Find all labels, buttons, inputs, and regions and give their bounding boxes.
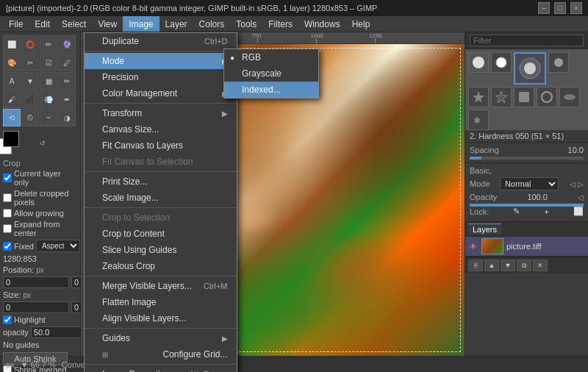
menu-file[interactable]: File [3,16,29,32]
menu-print-size[interactable]: Print Size... [85,174,237,190]
menu-layer[interactable]: Layer [159,16,193,32]
tool-foreground-select[interactable]: ☑ [40,54,57,71]
tool-eraser[interactable]: ⬛ [21,90,39,108]
menu-windows[interactable]: Windows [298,16,346,32]
brush-thumb-6[interactable] [514,87,534,107]
close-button[interactable]: × [570,2,582,14]
menu-mode[interactable]: Mode ▶ [85,53,237,69]
layer-visibility-eye[interactable]: 👁 [468,241,478,251]
tool-ink[interactable]: ✒ [58,90,76,108]
tool-select-by-color[interactable]: 🎨 [3,54,21,71]
fixed-checkbox[interactable] [3,242,12,251]
brush-thumb-1[interactable] [468,52,489,73]
svg-point-4 [554,58,563,67]
tool-smudge[interactable]: ~ [40,109,57,126]
layer-item[interactable]: 👁 picture.tiff [465,237,588,257]
tool-rect-select[interactable]: ⬜ [3,35,21,53]
layer-raise-button[interactable]: ▲ [484,260,499,271]
layers-header: Layers [465,222,588,237]
menu-crop-to-selection: Crop to Selection [85,210,237,226]
tool-scissors[interactable]: ✂ [21,54,39,71]
menu-scale-image[interactable]: Scale Image... [85,190,237,206]
sep7 [85,364,237,365]
menu-crop-to-content[interactable]: Crop to Content [85,226,237,242]
tool-paths[interactable]: 🖊 [58,54,76,71]
menu-view[interactable]: View [92,16,123,32]
menu-duplicate[interactable]: Duplicate Ctrl+D [85,33,237,49]
lock-row: Lock: ✎ + ⬜ [470,207,584,216]
menu-transform[interactable]: Transform ▶ [85,105,237,121]
brush-thumb-8[interactable] [559,87,580,107]
tool-bucket-fill[interactable]: ▼ [21,72,39,90]
brush-thumb-3[interactable] [548,52,569,73]
tool-gradient[interactable]: ▦ [40,72,57,90]
tool-fuzzy-select[interactable]: 🔮 [58,35,76,53]
menu-zealous-crop[interactable]: Zealous Crop [85,258,237,274]
menu-merge-visible[interactable]: Merge Visible Layers... Ctrl+M [85,278,237,294]
brush-thumb-9[interactable]: ✱ [468,110,489,130]
lock-icon-pencil[interactable]: ✎ [513,207,520,216]
menu-configure-grid[interactable]: ⊞ Configure Grid... [85,346,237,362]
menu-image-properties[interactable]: Image Properties Alt+Return [85,366,237,372]
opacity-value: 100.0 [527,193,548,201]
position-x[interactable] [3,276,69,288]
allow-growing-checkbox[interactable] [3,209,12,218]
tool-text[interactable]: A [3,72,21,90]
menu-flatten[interactable]: Flatten Image [85,294,237,310]
menu-align-visible[interactable]: Align Visible Layers... [85,310,237,326]
tool-paintbrush[interactable]: 🖌 [3,90,21,108]
tool-pencil[interactable]: ✏ [58,72,76,90]
svg-marker-5 [473,91,484,103]
menu-colors[interactable]: Colors [193,16,231,32]
layer-lower-button[interactable]: ▼ [501,260,515,271]
menu-guides[interactable]: Guides ▶ [85,330,237,346]
brush-thumb-4[interactable] [468,87,489,107]
brush-thumb-5[interactable] [491,87,512,107]
fixed-select[interactable]: Aspect ratio [36,240,80,252]
layer-duplicate-button[interactable]: ⧉ [517,260,531,271]
menu-edit[interactable]: Edit [29,16,56,32]
sep1 [85,51,237,51]
highlight-option: Highlight [3,315,77,324]
layer-new-button[interactable]: ⎘ [468,260,483,271]
brush-thumb-7[interactable] [537,87,557,107]
lock-icon-move[interactable]: + [544,207,548,216]
menu-slice-guides[interactable]: Slice Using Guides [85,242,237,258]
current-layer-checkbox[interactable] [3,174,12,182]
menu-color-management[interactable]: Color Management ▶ [85,85,237,101]
brush-thumb-selected[interactable] [514,52,546,85]
size-x-input[interactable] [3,301,69,313]
maximize-button[interactable]: □ [554,2,566,14]
mode-select[interactable]: Normal Multiply Screen [500,177,559,190]
foreground-color[interactable] [3,131,19,147]
opacity-track[interactable] [470,204,584,207]
menu-help[interactable]: Help [346,16,376,32]
tool-ellipse-select[interactable]: ⭕ [21,35,39,53]
layer-delete-button[interactable]: ✕ [533,260,548,271]
menu-precision[interactable]: Precision [85,69,237,85]
image-menu-dropdown[interactable]: Duplicate Ctrl+D Mode ▶ Precision Color … [84,32,237,372]
tool-clone[interactable]: © [21,109,39,126]
menu-image[interactable]: Image [123,16,159,32]
tool-airbrush[interactable]: 💨 [40,90,57,108]
filter-input[interactable] [470,35,584,46]
menu-tools[interactable]: Tools [230,16,262,32]
layers-tab[interactable]: Layers [468,223,501,235]
expand-center-checkbox[interactable] [3,224,12,233]
menu-canvas-size[interactable]: Canvas Size... [85,121,237,137]
menu-fit-canvas-layers[interactable]: Fit Canvas to Layers [85,137,237,154]
tool-dodge-burn[interactable]: ◑ [58,109,76,126]
svg-point-0 [473,57,484,68]
menu-filters[interactable]: Filters [262,16,298,32]
minimize-button[interactable]: – [538,2,550,14]
delete-cropped-checkbox[interactable] [3,193,12,202]
tool-heal[interactable]: ⟲ [3,109,21,126]
brush-thumb-2[interactable] [491,52,512,73]
svg-marker-6 [495,91,507,103]
tool-free-select[interactable]: ✏ [40,35,57,53]
spacing-track[interactable] [470,157,584,160]
highlight-checkbox[interactable] [3,315,12,324]
sep6 [85,328,237,329]
menu-select[interactable]: Select [56,16,92,32]
lock-icon-alpha[interactable]: ⬜ [573,207,584,216]
